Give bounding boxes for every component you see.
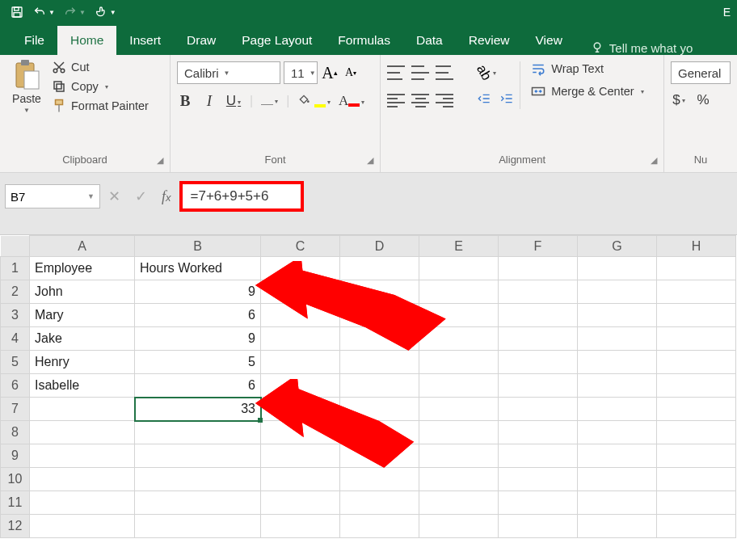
save-icon[interactable] (6, 2, 27, 23)
orientation-button[interactable]: ab▾ (476, 65, 496, 81)
cell[interactable] (261, 257, 340, 280)
bold-button[interactable]: B (177, 92, 193, 110)
cell[interactable]: 5 (135, 351, 261, 374)
clipboard-dialog-launcher-icon[interactable]: ◢ (157, 155, 163, 166)
cell[interactable] (578, 304, 657, 327)
align-center-button[interactable] (411, 94, 429, 108)
cell[interactable]: Henry (30, 351, 135, 374)
cell[interactable] (419, 468, 499, 491)
cell[interactable] (340, 374, 419, 398)
cell[interactable] (261, 304, 340, 327)
cell[interactable] (499, 421, 578, 444)
cell[interactable] (657, 257, 736, 280)
column-header[interactable]: F (499, 236, 578, 257)
cell[interactable]: Employee (30, 257, 135, 280)
cell[interactable] (578, 257, 657, 280)
cell[interactable] (578, 280, 657, 304)
align-bottom-button[interactable] (436, 65, 453, 80)
cell[interactable]: 6 (135, 374, 261, 398)
cell[interactable] (419, 351, 499, 374)
cell[interactable] (340, 280, 419, 304)
format-painter-button[interactable]: Format Painter (52, 99, 149, 113)
cell[interactable] (578, 444, 657, 468)
tab-review[interactable]: Review (456, 26, 523, 55)
tab-file[interactable]: File (11, 26, 57, 55)
increase-indent-button[interactable] (499, 92, 515, 109)
cell[interactable] (419, 257, 499, 280)
cell[interactable] (261, 327, 340, 351)
font-dialog-launcher-icon[interactable]: ◢ (367, 155, 373, 166)
undo-caret-icon[interactable]: ▼ (48, 9, 55, 16)
cell[interactable] (340, 327, 419, 351)
cell[interactable] (578, 468, 657, 491)
cell[interactable] (578, 374, 657, 398)
cell[interactable] (657, 351, 736, 374)
row-header[interactable]: 4 (1, 327, 30, 351)
cell[interactable] (30, 421, 135, 444)
fx-icon[interactable]: fx (162, 188, 171, 205)
tab-formulas[interactable]: Formulas (325, 26, 403, 55)
cell[interactable] (135, 421, 261, 444)
cell[interactable] (261, 421, 340, 444)
number-format-combo[interactable]: General (671, 61, 731, 84)
cell[interactable] (261, 374, 340, 398)
cell[interactable] (499, 515, 578, 538)
row-header[interactable]: 2 (1, 280, 30, 304)
cell[interactable] (419, 398, 499, 421)
column-header[interactable]: E (419, 236, 499, 257)
cell[interactable] (499, 444, 578, 468)
underline-button[interactable]: U▾ (225, 93, 242, 109)
column-header[interactable]: B (135, 236, 261, 257)
tab-home[interactable]: Home (57, 26, 116, 55)
cell[interactable]: Isabelle (30, 374, 135, 398)
cell[interactable] (340, 421, 419, 444)
row-header[interactable]: 6 (1, 374, 30, 398)
cell[interactable] (419, 280, 499, 304)
select-all-corner[interactable] (1, 236, 30, 257)
borders-button[interactable]: ▾ (261, 93, 278, 109)
cell[interactable]: 9 (135, 280, 261, 304)
cell[interactable]: Jake (30, 327, 135, 351)
row-header[interactable]: 7 (1, 398, 30, 421)
cell[interactable] (657, 374, 736, 398)
align-right-button[interactable] (436, 94, 453, 108)
cell[interactable]: Hours Worked (135, 257, 261, 280)
tab-view[interactable]: View (523, 26, 575, 55)
cell[interactable] (578, 491, 657, 515)
cell[interactable] (135, 515, 261, 538)
cell[interactable] (419, 444, 499, 468)
cell[interactable] (657, 444, 736, 468)
row-header[interactable]: 8 (1, 421, 30, 444)
cell[interactable] (499, 398, 578, 421)
shrink-font-button[interactable]: A▾ (342, 62, 360, 83)
font-name-combo[interactable]: Calibri▼ (177, 61, 280, 84)
paste-button[interactable]: Paste ▼ (6, 58, 47, 152)
cell[interactable] (657, 398, 736, 421)
copy-button[interactable]: Copy▾ (52, 79, 149, 94)
decrease-indent-button[interactable] (476, 92, 492, 109)
cell[interactable] (499, 327, 578, 351)
cell[interactable] (340, 351, 419, 374)
cell[interactable] (340, 468, 419, 491)
cell[interactable] (499, 280, 578, 304)
cell[interactable] (657, 327, 736, 351)
cell[interactable] (657, 280, 736, 304)
cell[interactable] (340, 398, 419, 421)
cell[interactable] (499, 491, 578, 515)
cell[interactable] (261, 468, 340, 491)
worksheet-grid[interactable]: ABCDEFGH 1EmployeeHours Worked2John93Mar… (0, 235, 737, 538)
cell[interactable] (261, 351, 340, 374)
cell[interactable] (578, 421, 657, 444)
cell[interactable] (135, 468, 261, 491)
cell[interactable] (261, 515, 340, 538)
paste-caret-icon[interactable]: ▼ (23, 107, 30, 114)
italic-button[interactable]: I (201, 92, 217, 110)
cell[interactable] (30, 468, 135, 491)
cell[interactable] (419, 515, 499, 538)
cell[interactable] (578, 327, 657, 351)
currency-button[interactable]: $▾ (671, 92, 687, 108)
cut-button[interactable]: Cut (52, 60, 149, 74)
undo-icon[interactable] (29, 2, 50, 23)
cell[interactable] (657, 468, 736, 491)
wrap-text-button[interactable]: Wrap Text (530, 61, 643, 76)
